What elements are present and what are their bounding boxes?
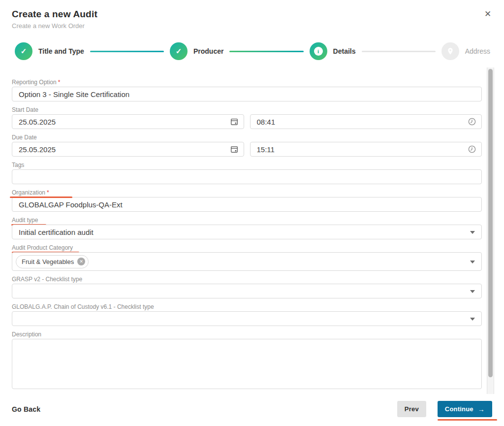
field-label: Audit type [12,217,482,224]
chevron-down-icon [470,261,475,263]
field-label: Description [12,331,482,338]
field-label: Due Date [12,134,482,141]
step-address[interactable]: Address [441,42,490,60]
continue-label: Continue [445,405,473,413]
step-label: Producer [193,47,223,55]
field-audit-type: Audit type Initial certification audit [12,217,482,239]
start-time-input[interactable] [250,114,482,129]
coc-checklist-select[interactable] [12,311,482,326]
annotation-underline [438,419,497,421]
field-due-date: Due Date [12,134,482,157]
prev-button[interactable]: Prev [397,401,426,417]
field-label: GLOBALG.A.P. Chain of Custody v6.1 - Che… [12,303,482,310]
step-complete-circle: ✓ [170,42,188,60]
field-start-date: Start Date [12,106,482,129]
info-icon: i [314,47,323,56]
audit-type-select[interactable]: Initial certification audit [12,225,482,239]
calendar-icon[interactable] [230,117,239,126]
audit-product-category-select[interactable]: Fruit & Vegetables ✕ [12,252,482,271]
field-label: Start Date [12,106,482,113]
chevron-down-icon [470,318,475,321]
field-organization: Organization* [12,189,482,212]
clock-icon[interactable] [468,117,476,126]
start-date-input[interactable] [12,114,244,129]
field-label: GRASP v2 - Checklist type [12,276,482,283]
go-back-button[interactable]: Go Back [12,405,40,413]
chip-remove-icon[interactable]: ✕ [77,258,85,265]
step-label: Address [465,47,490,55]
step-title-and-type[interactable]: ✓ Title and Type [15,42,84,60]
field-label: Audit Product Category [12,244,482,251]
chevron-down-icon [470,290,475,293]
stepper-connector [229,51,303,52]
reporting-option-input[interactable] [12,87,482,101]
scrollbar-thumb[interactable] [488,69,493,377]
field-coc-checklist: GLOBALG.A.P. Chain of Custody v6.1 - Che… [12,303,482,326]
tags-input[interactable] [12,169,482,184]
create-audit-dialog: Create a new Audit Create a new Work Ord… [0,0,504,426]
due-date-input[interactable] [12,142,244,157]
field-grasp-checklist: GRASP v2 - Checklist type [12,276,482,298]
scrollbar-track[interactable] [487,67,494,394]
field-label: Reporting Option* [12,79,482,86]
category-chip[interactable]: Fruit & Vegetables ✕ [16,255,89,268]
clock-icon[interactable] [468,145,476,154]
dialog-header: Create a new Audit Create a new Work Ord… [0,0,504,30]
required-asterisk: * [47,189,49,196]
check-icon: ✓ [21,47,27,56]
chevron-down-icon [470,231,475,234]
step-details[interactable]: i Details [310,42,356,60]
step-complete-circle: ✓ [15,42,32,60]
required-asterisk: * [58,79,61,86]
field-description: Description [12,331,482,391]
grasp-checklist-select[interactable] [12,284,482,298]
close-icon[interactable]: ✕ [481,8,494,21]
stepper: ✓ Title and Type ✓ Producer i Details [15,42,490,60]
chip-label: Fruit & Vegetables [22,258,74,265]
step-producer[interactable]: ✓ Producer [170,42,223,60]
due-time-input[interactable] [250,142,482,157]
check-icon: ✓ [176,47,182,56]
dialog-subtitle: Create a new Work Order [12,22,492,30]
step-pending-circle [441,42,459,60]
field-label: Organization* [12,189,482,196]
selected-value: Initial certification audit [19,228,94,236]
location-pin-icon [446,47,454,55]
step-label: Details [333,47,356,55]
page-title: Create a new Audit [12,9,492,20]
field-tags: Tags [12,162,482,184]
stepper-connector [362,51,436,52]
field-reporting-option: Reporting Option* [12,79,482,101]
step-label: Title and Type [38,47,84,55]
organization-input[interactable] [12,197,482,212]
dialog-footer: Go Back Prev Continue → [12,401,492,417]
calendar-icon[interactable] [230,145,239,154]
step-active-circle: i [310,42,327,60]
field-audit-product-category: Audit Product Category Fruit & Vegetable… [12,244,482,271]
field-label: Tags [12,162,482,168]
continue-button[interactable]: Continue → [438,401,492,417]
stepper-connector [90,51,164,52]
arrow-right-icon: → [478,406,485,413]
description-textarea[interactable] [12,339,482,389]
details-form: Reporting Option* Start Date [12,79,482,391]
annotation-underline [10,197,72,198]
